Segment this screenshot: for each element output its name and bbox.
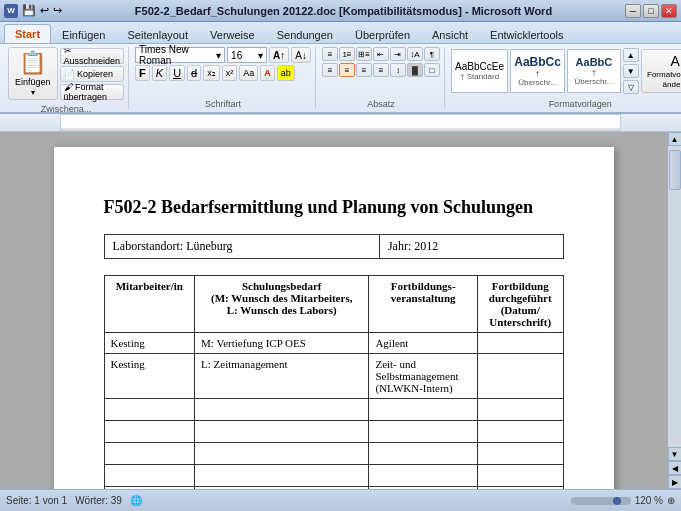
scroll-left-button[interactable]: ◀ <box>668 461 682 475</box>
jahr-cell: Jahr: 2012 <box>379 235 563 259</box>
document-title[interactable]: F502-2 Bedarfsermittlung und Planung von… <box>104 187 564 218</box>
col-mitarbeiter: Mitarbeiter/in <box>104 276 195 333</box>
scroll-up-button[interactable]: ▲ <box>668 132 682 146</box>
row5-veranst <box>369 443 478 465</box>
einfuegen-button[interactable]: 📋 Einfügen ▾ <box>8 47 58 100</box>
superscript-button[interactable]: x² <box>222 65 238 81</box>
main-table: Mitarbeiter/in Schulungsbedarf(M: Wunsch… <box>104 275 564 489</box>
align-center-button[interactable]: ≡ <box>339 63 355 77</box>
style-standard[interactable]: AaBbCcEe † Standard <box>451 49 508 93</box>
indent-button[interactable]: ⇥ <box>390 47 406 61</box>
row4-veranst <box>369 421 478 443</box>
status-bar: Seite: 1 von 1 Wörter: 39 🌐 120 % ⊕ <box>0 489 681 511</box>
maximize-button[interactable]: □ <box>643 4 659 18</box>
zoom-level: 120 % <box>635 495 663 506</box>
clipboard-label: Zwischena... <box>41 104 92 114</box>
scroll-down-button[interactable]: ▼ <box>668 447 682 461</box>
subscript-button[interactable]: x₂ <box>203 65 220 81</box>
font-name-input[interactable]: Times New Roman ▾ <box>135 47 225 63</box>
row4-durch <box>477 421 563 443</box>
kopieren-button[interactable]: 📄 Kopieren <box>60 66 125 82</box>
styles-label: Formatvorlagen <box>549 99 612 109</box>
align-left-button[interactable]: ≡ <box>322 63 338 77</box>
list-numbered-button[interactable]: 1≡ <box>339 47 355 61</box>
tab-seitenlayout[interactable]: Seitenlayout <box>117 25 200 43</box>
list-multi-button[interactable]: ⊞≡ <box>356 47 372 61</box>
word-icon: W <box>4 4 18 18</box>
ausschneiden-button[interactable]: ✂ Ausschneiden <box>60 48 125 64</box>
font-size-input[interactable]: 16 ▾ <box>227 47 267 63</box>
tab-einfuegen[interactable]: Einfügen <box>51 25 116 43</box>
close-button[interactable]: ✕ <box>661 4 677 18</box>
minimize-button[interactable]: ─ <box>625 4 641 18</box>
doc-page: F502-2 Bedarfsermittlung und Planung von… <box>54 147 614 489</box>
row1-veranst: Agilent <box>369 333 478 354</box>
row5-schulung <box>195 443 369 465</box>
decrease-font-button[interactable]: A↓ <box>291 47 311 63</box>
highlight-button[interactable]: ab <box>277 65 295 81</box>
format-uebertragen-button[interactable]: 🖌 Format übertragen <box>60 84 125 100</box>
redo-icon[interactable]: ↪ <box>53 4 62 17</box>
paragraph-group: ≡ 1≡ ⊞≡ ⇤ ⇥ ↕A ¶ ≡ ≡ ≡ ≡ ↕ ▓ □ <box>318 47 445 109</box>
scroll-right-button[interactable]: ▶ <box>668 475 682 489</box>
show-marks-button[interactable]: ¶ <box>424 47 440 61</box>
style-scroll-down[interactable]: ▼ <box>623 64 639 78</box>
border-button[interactable]: □ <box>424 63 440 77</box>
table-row: Kesting L: Zeitmanagement Zeit- undSelbs… <box>104 354 563 399</box>
scrollbar-vertical: ▲ ▼ ◀ ▶ <box>667 132 681 489</box>
row5-mitarbeiter <box>104 443 195 465</box>
paragraph-content: ≡ 1≡ ⊞≡ ⇤ ⇥ ↕A ¶ ≡ ≡ ≡ ≡ ↕ ▓ □ <box>322 47 440 95</box>
zoom-slider[interactable] <box>571 497 631 505</box>
title-bar-left: W 💾 ↩ ↪ <box>4 4 62 18</box>
strikethrough-button[interactable]: d <box>187 65 201 81</box>
tab-ansicht[interactable]: Ansicht <box>421 25 479 43</box>
row4-schulung <box>195 421 369 443</box>
ruler: // Rendered via JS below <box>0 114 681 132</box>
tab-verweise[interactable]: Verweise <box>199 25 266 43</box>
tab-start[interactable]: Start <box>4 24 51 43</box>
underline-button[interactable]: U <box>169 65 185 81</box>
formatvorlagen-aendern-button[interactable]: A Formatvorlagen ändern <box>641 49 681 93</box>
content-area: F502-2 Bedarfsermittlung und Planung von… <box>0 132 681 489</box>
row1-schulung: M: Vertiefung ICP OES <box>195 333 369 354</box>
title-bar: W 💾 ↩ ↪ F502-2_Bedarf_Schulungen 20122.d… <box>0 0 681 22</box>
clear-format-button[interactable]: Aa <box>239 65 258 81</box>
sort-button[interactable]: ↕A <box>407 47 423 61</box>
justify-button[interactable]: ≡ <box>373 63 389 77</box>
save-icon[interactable]: 💾 <box>22 4 36 17</box>
page-info: Seite: 1 von 1 <box>6 495 67 506</box>
style-more[interactable]: ▽ <box>623 80 639 94</box>
outdent-button[interactable]: ⇤ <box>373 47 389 61</box>
scroll-thumb[interactable] <box>669 150 681 190</box>
list-bullet-button[interactable]: ≡ <box>322 47 338 61</box>
row1-mitarbeiter: Kesting <box>104 333 195 354</box>
row3-mitarbeiter <box>104 399 195 421</box>
ruler-inner: // Rendered via JS below <box>60 114 621 131</box>
status-right: 120 % ⊕ <box>571 495 675 506</box>
paragraph-label: Absatz <box>367 99 395 109</box>
increase-font-button[interactable]: A↑ <box>269 47 289 63</box>
zoom-thumb <box>613 497 621 505</box>
zoom-fit-button[interactable]: ⊕ <box>667 495 675 506</box>
style-scroll-up[interactable]: ▲ <box>623 48 639 62</box>
ruler-marks: // Rendered via JS below <box>61 115 620 130</box>
font-group: Times New Roman ▾ 16 ▾ A↑ A↓ F K U d x₂ <box>131 47 316 109</box>
row3-veranst <box>369 399 478 421</box>
font-color-button[interactable]: A <box>260 65 275 81</box>
table-row: Kesting M: Vertiefung ICP OES Agilent <box>104 333 563 354</box>
bold-button[interactable]: F <box>135 65 150 81</box>
row6-mitarbeiter <box>104 465 195 487</box>
tab-ueberprufen[interactable]: Überprüfen <box>344 25 421 43</box>
italic-button[interactable]: K <box>152 65 167 81</box>
styles-content: AaBbCcEe † Standard AaBbCc † Überschr...… <box>451 47 681 95</box>
line-spacing-button[interactable]: ↕ <box>390 63 406 77</box>
undo-icon[interactable]: ↩ <box>40 4 49 17</box>
align-right-button[interactable]: ≡ <box>356 63 372 77</box>
shading-button[interactable]: ▓ <box>407 63 423 77</box>
style-uberschrift1[interactable]: AaBbCc † Überschr... <box>510 49 565 93</box>
row2-durch <box>477 354 563 399</box>
style-uberschrift2[interactable]: AaBbC † Überschr... <box>567 49 621 93</box>
tab-entwicklertools[interactable]: Entwicklertools <box>479 25 574 43</box>
doc-scroll-area[interactable]: F502-2 Bedarfsermittlung und Planung von… <box>0 132 667 489</box>
tab-sendungen[interactable]: Sendungen <box>266 25 344 43</box>
